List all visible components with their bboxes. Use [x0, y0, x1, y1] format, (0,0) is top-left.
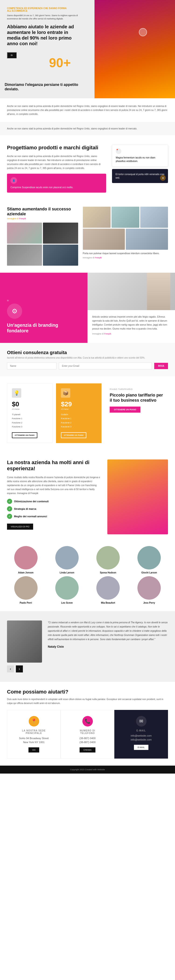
check-icon-1: ✓: [7, 499, 12, 504]
telefono-title: NUMERO DITELEFONO: [67, 729, 108, 735]
footer: Copyright 2023 Created with Website: [0, 765, 175, 773]
email-icon: ✉: [136, 716, 147, 727]
pricing-feature-2-2: Funzione 1: [61, 417, 96, 421]
hero-content: Competenza ed esperienza che danno forma…: [0, 0, 87, 65]
consulenza-title: Ottieni consulenza gratuita: [7, 350, 168, 355]
telefono-text: (38-887) 0400 (38-887) 0400: [67, 737, 108, 745]
pricing-feature-2-4: Funzione 3: [61, 425, 96, 429]
dimoriamo-grey: Anche se non siamo stati la prima aziend…: [0, 122, 175, 135]
experience-right: [107, 460, 168, 535]
hero-cta-button[interactable]: BI: [7, 52, 17, 58]
pricing-price-2: $29: [61, 401, 96, 408]
branding-right: Articolo sedetur animas imperiet omnim p…: [87, 273, 175, 343]
experience-image-overlay: [107, 460, 168, 535]
team-member-8: Jess Perry: [131, 576, 168, 604]
hero-body-text: Siamo disponibili 24 ore su 7, 365 giorn…: [7, 14, 80, 21]
email-button[interactable]: E-MAIL: [134, 745, 148, 750]
pricing-btn-1[interactable]: OTTENERE UN PIANO: [12, 432, 37, 438]
testimonial-section: ‹ › "Ci siamo imbarcati a vendere con Ma…: [0, 611, 175, 682]
footer-text: Copyright 2023 Created with Website: [7, 768, 168, 771]
branding-gear-icon: ⚙: [7, 304, 22, 319]
success-img-8: [83, 229, 125, 250]
pricing-plan-label: PIANO TARIFFARIO: [110, 388, 163, 390]
user-icon: 👤: [11, 177, 17, 184]
team-member-6: Leo Sceve: [48, 576, 86, 604]
check-icon-3: ✓: [7, 514, 12, 519]
pricing-btn-2[interactable]: OTTENERE UN PIANO: [61, 432, 86, 438]
hero-person: [95, 0, 175, 98]
success-left: Stiamo aumentando il successo aziendale …: [7, 207, 78, 266]
dimoriamo-sub: Anche se non siamo stati la prima aziend…: [7, 127, 168, 130]
testimonial-image: [7, 620, 42, 663]
sede-button[interactable]: VAI: [28, 747, 39, 752]
check-label-2: Strategia di marca: [14, 508, 36, 510]
pricing-features-1: Ti pianeti Funzione 1 Funzione 2 Funzion…: [12, 413, 47, 429]
pricing-feature-1-4: Funzione 3: [12, 425, 47, 429]
pricing-period-1: Al mese: [12, 408, 47, 410]
success-img-7: [140, 207, 168, 228]
sede-title: LA NOSTRA SEDEPRINCIPALE: [13, 729, 55, 735]
team-name-3: Sposa Hudson: [89, 571, 127, 574]
pricing-right: PIANO TARIFFARIO Piccolo piano tariffari…: [105, 383, 168, 443]
consulenza-sub: Iscriviti all'elenco di posta elettronic…: [7, 356, 168, 359]
branding-bi: Bi: [7, 299, 80, 302]
help-card-email: ✉ E-MAIL info@website.com info@website.c…: [114, 710, 168, 759]
consulenza-send-button[interactable]: INVIA: [154, 363, 168, 369]
testimonial-next-button[interactable]: ›: [16, 665, 23, 673]
success-img-1: [7, 223, 42, 243]
team-name-6: Leo Sceve: [48, 601, 86, 604]
pricing-features-2: Codalin Funzione 1 Funzione 2 Funzione 3: [61, 413, 96, 429]
check-label-1: Ottimizzazione dei contenuti: [14, 500, 49, 503]
testimonial-name: Nataly Cisio: [48, 645, 168, 648]
email-text: info@website.com info@website.com: [120, 734, 162, 742]
pricing-feature-1-2: Funzione 1: [12, 417, 47, 421]
success-right: Porta non pulvinar risque laoreet suspen…: [83, 207, 168, 266]
team-photo-7: [96, 576, 120, 600]
testimonial-prev-button[interactable]: ‹: [7, 665, 14, 673]
check-item-1: ✓ Ottimizzazione dei contenuti: [7, 499, 100, 504]
team-top-row: Adam Jonson Linda Larson Sposa Hudson Gi…: [7, 546, 168, 574]
pricing-section: 💡 $0 Al mese Ti pianeti Funzione 1 Funzi…: [0, 376, 175, 450]
success-img-2: [43, 223, 78, 243]
hero-decoration: [139, 28, 147, 36]
branding-caption: Immagine di Freepik: [92, 332, 170, 335]
help-section: Come possiamo aiutarti? Duis aute irure …: [0, 682, 175, 765]
team-member-5: Paolo Perri: [7, 576, 44, 604]
success-img-9: [126, 229, 168, 250]
branding-text: Articolo sedetur animas imperiet omnim p…: [92, 315, 170, 331]
experience-image: [107, 460, 168, 535]
consulenza-section: Ottieni consulenza gratuita Iscriviti al…: [0, 343, 175, 376]
hero-image-area: [95, 0, 175, 98]
success-img-5: [83, 207, 110, 228]
pricing-cta-button[interactable]: OTTENERE UN PIANO: [110, 407, 140, 413]
pricing-card-2: 📦 $29 Al mese Codalin Funzione 1 Funzion…: [56, 383, 101, 443]
experience-visualizza-button[interactable]: VISUALIZZA DI PIÙ: [7, 523, 33, 530]
telefono-button[interactable]: CHIAMA: [80, 747, 95, 752]
experience-section: La nostra azienda ha molti anni di esper…: [0, 450, 175, 544]
digital-left: Progettiamo prodotti e marchi digitali A…: [7, 145, 106, 195]
consulenza-name-input[interactable]: [7, 363, 57, 369]
testimonial-image-area: ‹ ›: [7, 620, 42, 673]
team-photo-4: [137, 546, 161, 570]
help-text: Duis aute irure dolor in reprehenderit i…: [7, 697, 168, 705]
check-label-3: Meglio dei normali annunci: [14, 515, 47, 518]
hero-headline: Abbiamo aiutato le aziende ad aumentare …: [7, 24, 80, 46]
success-title: Stiamo aumentando il successo aziendale: [7, 207, 78, 216]
pricing-icon-2: 📦: [61, 388, 70, 398]
consulenza-form: INVIA: [7, 363, 168, 369]
pricing-icon-1: 💡: [12, 388, 21, 398]
success-img-3: [7, 245, 42, 266]
pricing-feature-1-3: Funzione 2: [12, 421, 47, 425]
location-icon: 📍: [116, 148, 121, 154]
digital-section: Progettiamo prodotti e marchi digitali A…: [0, 135, 175, 204]
team-photo-6: [55, 576, 79, 600]
experience-title: La nostra azienda ha molti anni di esper…: [7, 460, 100, 472]
team-member-1: Adam Jonson: [7, 546, 44, 574]
telefono-icon: 📞: [82, 716, 93, 727]
dimoriamo-section: Anche se non siamo stati la prima aziend…: [0, 98, 175, 122]
help-title: Come possiamo aiutarti?: [7, 689, 168, 695]
team-photo-1: [14, 546, 38, 570]
consulenza-email-input[interactable]: [59, 363, 152, 369]
branding-title: Un'agenzia di branding fondatore: [7, 322, 80, 334]
pricing-inner: 💡 $0 Al mese Ti pianeti Funzione 1 Funzi…: [7, 383, 168, 443]
